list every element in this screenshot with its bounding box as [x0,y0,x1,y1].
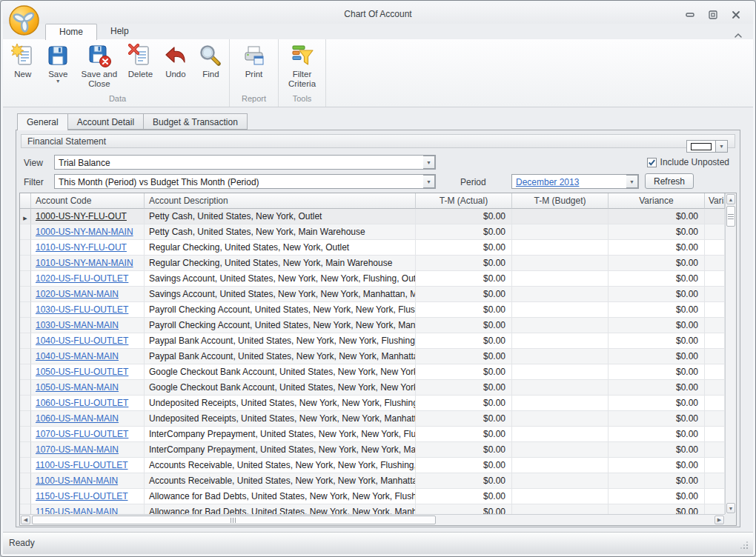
column-header-variance[interactable]: Variance [609,193,705,209]
tm-actual-cell[interactable]: $0.00 [416,209,512,224]
tm-budget-cell[interactable] [512,240,609,256]
tm-budget-cell[interactable] [512,256,609,271]
variance-pct-cell[interactable] [705,442,725,458]
variance-pct-cell[interactable] [705,473,725,489]
scroll-right-arrow-icon[interactable]: ▶ [714,516,724,524]
tm-budget-cell[interactable] [512,318,609,333]
account-description-cell[interactable]: Petty Cash, United States, New York, Mai… [145,224,416,240]
variance-cell[interactable]: $0.00 [609,349,705,364]
row-selector-cell[interactable] [20,349,31,364]
row-selector-cell[interactable] [20,411,31,427]
account-code-cell[interactable]: 1040-US-MAN-MAIN [31,349,145,364]
column-header-account-code[interactable]: Account Code [31,193,145,209]
table-row[interactable]: 1030-US-FLU-OUTLET Payroll Checking Acco… [20,302,725,318]
account-code-link[interactable]: 1100-US-MAN-MAIN [36,476,118,486]
row-selector-cell[interactable] [20,504,31,514]
table-row[interactable]: 1070-US-MAN-MAIN InterCompany Prepayment… [20,442,725,458]
tm-actual-cell[interactable]: $0.00 [416,427,512,442]
variance-pct-cell[interactable] [705,333,725,349]
variance-pct-cell[interactable] [705,256,725,271]
tm-budget-cell[interactable] [512,302,609,318]
tm-budget-cell[interactable] [512,396,609,411]
ribbon-tab-help[interactable]: Help [97,24,142,40]
table-row[interactable]: 1010-US-NY-MAN-MAIN Regular Checking, Un… [20,256,725,271]
save-button[interactable]: Save ▼ [40,42,76,85]
row-selector-cell[interactable] [20,240,31,256]
tm-budget-cell[interactable] [512,411,609,427]
variance-pct-cell[interactable] [705,380,725,396]
row-selector-cell[interactable] [20,458,31,473]
filter-combobox[interactable]: This Month (Period) vs Budget This Month… [54,174,436,189]
table-row[interactable]: 1010-US-NY-FLU-OUT Regular Checking, Uni… [20,240,725,256]
chevron-down-icon[interactable]: ▼ [423,175,435,188]
tm-budget-cell[interactable] [512,458,609,473]
account-description-cell[interactable]: Allowance for Bad Debts, United States, … [145,489,416,504]
tm-actual-cell[interactable]: $0.00 [416,396,512,411]
account-code-link[interactable]: 1100-US-FLU-OUTLET [36,460,127,470]
variance-pct-cell[interactable] [705,411,725,427]
tm-budget-cell[interactable] [512,224,609,240]
table-row[interactable]: 1040-US-MAN-MAIN Paypal Bank Account, Un… [20,349,725,364]
variance-cell[interactable]: $0.00 [609,473,705,489]
account-description-cell[interactable]: InterCompany Prepayment, United States, … [145,442,416,458]
tm-budget-cell[interactable] [512,442,609,458]
account-code-cell[interactable]: 1000-US-NY-MAN-MAIN [31,224,145,240]
account-code-link[interactable]: 1070-US-FLU-OUTLET [36,429,128,439]
tm-budget-cell[interactable] [512,349,609,364]
account-code-cell[interactable]: 1070-US-FLU-OUTLET [31,427,145,442]
account-description-cell[interactable]: Undeposited Receipts, United States, New… [145,411,416,427]
variance-pct-cell[interactable] [705,349,725,364]
variance-pct-cell[interactable] [705,302,725,318]
account-code-link[interactable]: 1020-US-FLU-OUTLET [36,273,128,284]
tm-actual-cell[interactable]: $0.00 [416,442,512,458]
tm-actual-cell[interactable]: $0.00 [416,318,512,333]
account-code-link[interactable]: 1150-US-FLU-OUTLET [36,491,127,501]
tm-budget-cell[interactable] [512,427,609,442]
print-button[interactable]: Print [233,42,276,81]
table-row[interactable]: 1030-US-MAN-MAIN Payroll Checking Accoun… [20,318,725,333]
chevron-down-icon[interactable]: ▼ [626,175,638,188]
undo-button[interactable]: Undo [159,42,193,81]
restore-button[interactable] [708,10,718,19]
account-code-link[interactable]: 1040-US-MAN-MAIN [36,351,119,361]
tm-budget-cell[interactable] [512,473,609,489]
view-combobox[interactable]: Trial Balance ▼ [54,155,436,170]
variance-pct-cell[interactable] [705,287,725,302]
period-value[interactable]: December 2013 [512,175,626,188]
row-selector-cell[interactable] [20,380,31,396]
account-description-cell[interactable]: Undeposited Receipts, United States, New… [145,396,416,411]
variance-cell[interactable]: $0.00 [609,411,705,427]
account-description-cell[interactable]: Payroll Checking Account, United States,… [145,302,416,318]
filter-criteria-button[interactable]: Filter Criteria [281,42,324,90]
scroll-down-arrow-icon[interactable]: ▼ [726,503,735,513]
account-code-cell[interactable]: 1030-US-FLU-OUTLET [31,302,145,318]
delete-button[interactable]: Delete [122,42,159,81]
horizontal-scroll-thumb[interactable] [32,516,436,524]
variance-cell[interactable]: $0.00 [609,458,705,473]
tm-actual-cell[interactable]: $0.00 [416,224,512,240]
table-row[interactable]: 1060-US-FLU-OUTLET Undeposited Receipts,… [20,396,725,411]
tab-budget-transaction[interactable]: Budget & Transaction [144,113,248,130]
account-description-cell[interactable]: Petty Cash, United States, New York, Out… [145,209,416,224]
tm-actual-cell[interactable]: $0.00 [416,256,512,271]
save-and-close-button[interactable]: Save and Close [76,42,122,90]
variance-cell[interactable]: $0.00 [609,287,705,302]
tm-budget-cell[interactable] [512,504,609,514]
include-unposted-option[interactable]: Include Unposted [647,157,729,167]
account-code-link[interactable]: 1060-US-FLU-OUTLET [36,398,128,408]
variance-pct-cell[interactable] [705,458,725,473]
variance-pct-cell[interactable] [705,318,725,333]
variance-cell[interactable]: $0.00 [609,224,705,240]
variance-cell[interactable]: $0.00 [609,364,705,380]
chevron-down-icon[interactable]: ▼ [423,156,435,169]
tm-budget-cell[interactable] [512,380,609,396]
app-logo[interactable] [8,4,40,36]
account-code-cell[interactable]: 1030-US-MAN-MAIN [31,318,145,333]
chevron-down-icon[interactable]: ▼ [716,140,728,153]
table-row[interactable]: 1050-US-MAN-MAIN Google Checkout Bank Ac… [20,380,725,396]
tm-actual-cell[interactable]: $0.00 [416,380,512,396]
tm-actual-cell[interactable]: $0.00 [416,364,512,380]
table-row[interactable]: 1060-US-MAN-MAIN Undeposited Receipts, U… [20,411,725,427]
row-selector-cell[interactable]: ▶ [20,209,31,224]
account-code-cell[interactable]: 1100-US-MAN-MAIN [31,473,145,489]
